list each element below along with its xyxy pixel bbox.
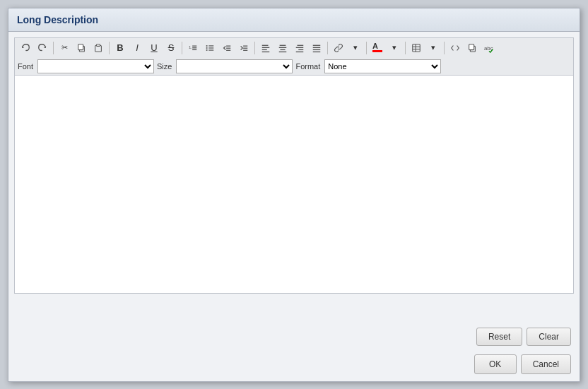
size-label: Size (157, 62, 172, 71)
sep2 (109, 42, 110, 54)
svg-rect-37 (413, 44, 421, 52)
svg-point-8 (206, 44, 208, 46)
editor-textarea[interactable] (14, 75, 574, 294)
sep1 (53, 42, 54, 54)
strikethrough-button[interactable]: S (163, 40, 179, 56)
svg-point-10 (206, 49, 208, 51)
toolbar-row2: Font Size Format None (14, 58, 574, 75)
align-left-button[interactable] (258, 40, 274, 56)
svg-rect-12 (208, 47, 213, 48)
link-dropdown-button[interactable]: ▾ (348, 40, 363, 56)
cut-button[interactable]: ✂ (57, 40, 72, 56)
svg-rect-3 (96, 44, 100, 46)
svg-rect-14 (226, 45, 230, 46)
svg-rect-31 (296, 51, 304, 52)
toolbar-row1: ✂ B I U S 1. (14, 37, 574, 58)
unordered-list-button[interactable] (202, 40, 218, 56)
ok-button[interactable]: OK (474, 354, 517, 374)
sep6 (366, 42, 367, 54)
sep4 (254, 42, 255, 54)
svg-rect-19 (243, 49, 247, 50)
table-button[interactable] (408, 40, 424, 56)
svg-rect-42 (469, 44, 474, 49)
indent-button[interactable] (236, 40, 252, 56)
sep3 (182, 42, 182, 54)
svg-rect-26 (281, 49, 286, 49)
svg-rect-30 (298, 49, 303, 49)
copy-button[interactable] (74, 40, 89, 56)
svg-rect-21 (262, 47, 270, 47)
table-dropdown[interactable]: ▾ (425, 40, 441, 56)
spellcheck-button[interactable]: abc (481, 40, 497, 56)
svg-rect-7 (192, 49, 196, 49)
clear-button[interactable]: Clear (527, 328, 571, 346)
svg-rect-25 (279, 47, 287, 47)
align-center-button[interactable] (275, 40, 290, 56)
svg-rect-23 (262, 51, 270, 52)
editor-container: ✂ B I U S 1. (8, 32, 580, 301)
svg-rect-13 (208, 49, 213, 50)
footer-bar: OK Cancel (474, 354, 571, 374)
font-color-button[interactable]: A (370, 40, 385, 56)
cancel-button[interactable]: Cancel (521, 354, 571, 374)
svg-rect-28 (298, 44, 304, 45)
svg-rect-27 (279, 51, 287, 52)
paste-button[interactable] (90, 40, 106, 56)
svg-rect-15 (226, 47, 230, 48)
svg-rect-35 (313, 51, 321, 52)
outdent-button[interactable] (219, 40, 235, 56)
svg-text:1.: 1. (189, 44, 192, 49)
svg-rect-32 (313, 44, 321, 45)
justify-button[interactable] (309, 40, 324, 56)
svg-rect-1 (78, 44, 83, 49)
svg-rect-17 (243, 45, 247, 46)
align-right-button[interactable] (292, 40, 307, 56)
source-button[interactable] (447, 40, 463, 56)
size-select[interactable] (176, 59, 293, 73)
italic-button[interactable]: I (129, 40, 145, 56)
undo-button[interactable] (18, 40, 33, 56)
sep8 (444, 42, 445, 54)
underline-button[interactable]: U (146, 40, 162, 56)
copy2-button[interactable] (464, 40, 480, 56)
sep5 (327, 42, 328, 54)
svg-rect-22 (262, 49, 267, 49)
font-color-dropdown[interactable]: ▾ (387, 40, 402, 56)
link-button[interactable] (331, 40, 346, 56)
svg-rect-11 (208, 45, 213, 46)
svg-rect-33 (313, 47, 321, 47)
reset-button[interactable]: Reset (476, 328, 522, 346)
long-description-dialog: Long Description ✂ (8, 8, 580, 382)
svg-rect-16 (226, 49, 230, 50)
dialog-title: Long Description (8, 8, 580, 32)
svg-text:A: A (372, 42, 378, 49)
svg-rect-24 (280, 44, 286, 45)
format-select[interactable]: None (324, 59, 441, 73)
font-label: Font (18, 62, 33, 71)
font-select[interactable] (37, 59, 154, 73)
svg-rect-6 (192, 47, 196, 48)
sep7 (405, 42, 406, 54)
bottom-bar: Reset Clear (476, 328, 571, 346)
svg-rect-20 (262, 44, 269, 45)
format-label: Format (295, 62, 320, 71)
bold-button[interactable]: B (112, 40, 128, 56)
svg-rect-34 (313, 49, 321, 49)
redo-button[interactable] (35, 40, 50, 56)
svg-rect-29 (296, 47, 304, 47)
svg-point-9 (206, 47, 208, 48)
svg-rect-18 (243, 47, 247, 48)
svg-rect-5 (192, 45, 196, 46)
ordered-list-button[interactable]: 1. (185, 40, 201, 56)
